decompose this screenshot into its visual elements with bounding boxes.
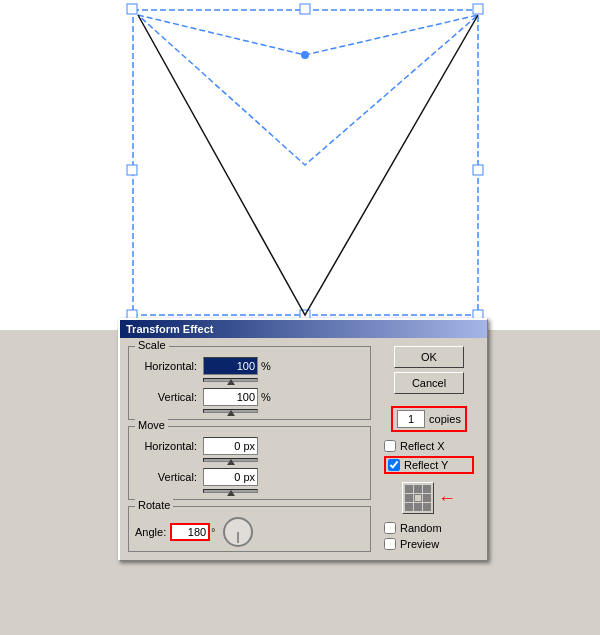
rotate-group: Rotate Angle: ° <box>128 506 371 552</box>
svg-rect-4 <box>127 165 137 175</box>
angle-label: Angle: <box>135 526 166 538</box>
scale-vertical-slider[interactable] <box>203 409 258 413</box>
copies-input[interactable] <box>397 410 425 428</box>
move-vertical-slider-row <box>135 489 364 493</box>
preview-checkbox[interactable] <box>384 538 396 550</box>
preview-row: Preview <box>384 538 474 550</box>
random-checkbox[interactable] <box>384 522 396 534</box>
grid-position-icon[interactable] <box>402 482 434 514</box>
scale-label: Scale <box>135 339 169 351</box>
scale-group: Scale Horizontal: % Vertical: % <box>128 346 371 420</box>
canvas-area <box>0 0 600 330</box>
reflect-y-label: Reflect Y <box>404 459 448 471</box>
rotate-row: Angle: ° <box>135 517 364 547</box>
reflect-y-checkbox[interactable] <box>388 459 400 471</box>
scale-vertical-label: Vertical: <box>135 391 203 403</box>
svg-point-9 <box>301 51 309 59</box>
scale-horizontal-row: Horizontal: % <box>135 357 364 375</box>
rotate-label: Rotate <box>135 499 173 511</box>
reflect-x-checkbox[interactable] <box>384 440 396 452</box>
scale-horizontal-slider[interactable] <box>203 378 258 382</box>
cancel-button[interactable]: Cancel <box>394 372 464 394</box>
scale-horizontal-label: Horizontal: <box>135 360 203 372</box>
copies-label: copies <box>429 413 461 425</box>
dialog-title: Transform Effect <box>126 323 213 335</box>
move-vertical-slider[interactable] <box>203 489 258 493</box>
move-vertical-label: Vertical: <box>135 471 203 483</box>
move-horizontal-label: Horizontal: <box>135 440 203 452</box>
scale-horizontal-slider-row <box>135 378 364 382</box>
scale-vertical-row: Vertical: % <box>135 388 364 406</box>
scale-vertical-slider-row <box>135 409 364 413</box>
move-horizontal-row: Horizontal: <box>135 437 364 455</box>
move-horizontal-input[interactable] <box>203 437 258 455</box>
reflect-x-row: Reflect X <box>384 440 474 452</box>
scale-horizontal-input[interactable] <box>203 357 258 375</box>
svg-rect-1 <box>127 4 137 14</box>
right-panel: OK Cancel copies Reflect X Reflect Y <box>379 346 479 552</box>
move-horizontal-slider-row <box>135 458 364 462</box>
left-panel: Scale Horizontal: % Vertical: % <box>128 346 371 552</box>
reflect-y-row: Reflect Y <box>384 456 474 474</box>
move-label: Move <box>135 419 168 431</box>
angle-unit: ° <box>211 527 215 538</box>
dialog-titlebar: Transform Effect <box>120 320 487 338</box>
move-group: Move Horizontal: Vertical: <box>128 426 371 500</box>
scale-horizontal-unit: % <box>261 360 276 372</box>
ok-button[interactable]: OK <box>394 346 464 368</box>
random-label: Random <box>400 522 442 534</box>
reflect-x-label: Reflect X <box>400 440 445 452</box>
move-vertical-row: Vertical: <box>135 468 364 486</box>
arrow-icon: ← <box>438 488 456 509</box>
move-vertical-input[interactable] <box>203 468 258 486</box>
angle-input[interactable] <box>170 523 210 541</box>
angle-dial[interactable] <box>223 517 253 547</box>
random-row: Random <box>384 522 474 534</box>
move-horizontal-slider[interactable] <box>203 458 258 462</box>
scale-vertical-unit: % <box>261 391 276 403</box>
svg-rect-3 <box>473 4 483 14</box>
scale-vertical-input[interactable] <box>203 388 258 406</box>
svg-rect-2 <box>300 4 310 14</box>
preview-label: Preview <box>400 538 439 550</box>
copies-row: copies <box>391 406 467 432</box>
transform-effect-dialog: Transform Effect Scale Horizontal: % <box>118 318 488 561</box>
svg-rect-5 <box>473 165 483 175</box>
